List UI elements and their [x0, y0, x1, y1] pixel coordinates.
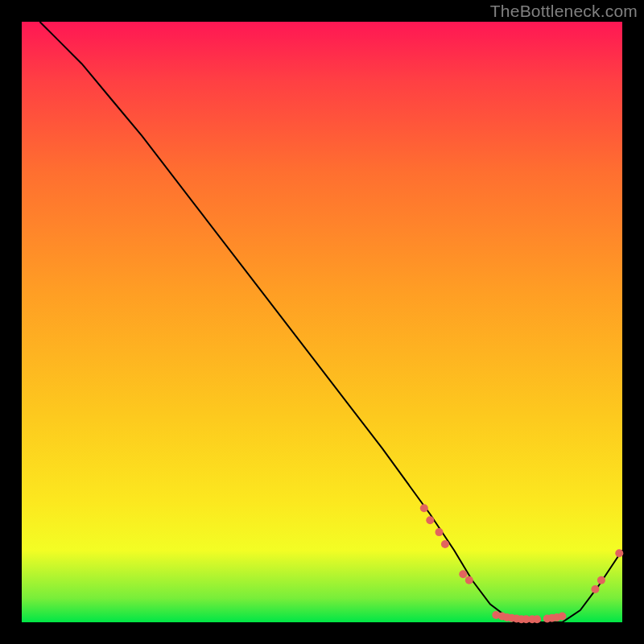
data-marker	[591, 585, 599, 593]
data-marker	[615, 549, 623, 557]
data-marker	[441, 540, 449, 548]
gradient-background	[22, 22, 622, 622]
data-marker	[420, 504, 428, 512]
data-marker	[597, 576, 605, 584]
data-marker	[465, 576, 473, 584]
data-marker	[459, 570, 467, 578]
data-marker	[533, 615, 541, 623]
bottleneck-chart	[0, 0, 644, 644]
data-marker	[436, 528, 444, 536]
data-marker	[426, 516, 434, 524]
data-marker	[558, 613, 566, 621]
watermark-text: TheBottleneck.com	[490, 2, 638, 21]
chart-stage: TheBottleneck.com	[0, 0, 644, 644]
